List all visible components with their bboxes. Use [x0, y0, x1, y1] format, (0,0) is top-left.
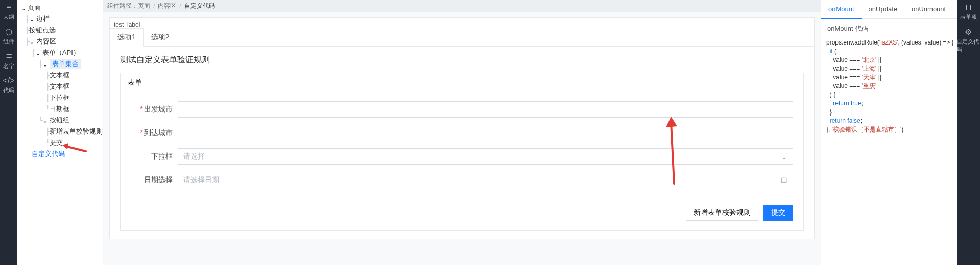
rail-item-custom-code[interactable]: ⚙ 自定义代码	[957, 24, 980, 56]
tree-label: 自定义代码	[32, 149, 65, 159]
rail-item-label: 表单项	[960, 13, 977, 21]
tree-item[interactable]: ├ 下拉框	[17, 92, 103, 103]
chevron-down-icon[interactable]: ⌄	[42, 60, 49, 68]
tree-label: 文本框	[50, 82, 69, 91]
tree-label: 日期框	[50, 104, 69, 114]
chevron-down-icon[interactable]: ⌄	[20, 4, 27, 12]
tree-item[interactable]: ├ 文本框	[17, 70, 103, 81]
chevron-down-icon: ⌄	[781, 152, 787, 161]
card-tabs: 选项1 选项2	[110, 28, 814, 47]
tree-item[interactable]: ├ 新增表单校验规则	[17, 126, 103, 137]
chevron-down-icon[interactable]: ⌄	[42, 117, 49, 124]
tree-label: 边栏	[36, 14, 50, 24]
tree-label: 表单集合	[50, 59, 81, 69]
tree-item-custom-code[interactable]: 自定义代码	[17, 148, 103, 160]
field-label: 下拉框	[151, 152, 173, 160]
date-placeholder: 请选择日期	[183, 175, 219, 185]
gear-icon: ⚙	[965, 27, 972, 37]
section-title: 测试自定义表单验证规则	[120, 55, 804, 65]
rail-item-names[interactable]: ≣ 名字	[3, 49, 14, 73]
tree-label: 页面	[28, 3, 41, 12]
field-label: 出发城市	[144, 105, 173, 113]
rail-item-label: 组件	[3, 38, 14, 46]
breadcrumb-prefix: 组件路径：	[107, 2, 138, 10]
rail-item-label: 名字	[3, 62, 14, 70]
tree-label: 按钮组	[50, 116, 69, 125]
tree-item[interactable]: └ ⌄ 按钮组	[17, 115, 103, 126]
calendar-icon: ☐	[781, 176, 787, 184]
tree-item[interactable]: ├ 文本框	[17, 81, 103, 92]
tree-label: 文本框	[50, 71, 69, 80]
field-label: 到达城市	[144, 128, 173, 137]
code-tab-onupdate[interactable]: onUpdate	[862, 0, 904, 18]
rail-item-outline[interactable]: ≡ 大纲	[3, 0, 14, 24]
select-input[interactable]: 请选择 ⌄	[178, 148, 793, 165]
tree-label: 按钮点选	[29, 26, 56, 35]
add-rule-button[interactable]: 新增表单校验规则	[686, 205, 758, 221]
tree-label: 新增表单校验规则	[50, 127, 103, 136]
tree-label: 表单（API）	[42, 48, 80, 57]
breadcrumb-part[interactable]: 内容区	[158, 2, 176, 10]
tree-item[interactable]: ├ 按钮点选	[17, 25, 103, 36]
chevron-down-icon[interactable]: ⌄	[29, 15, 35, 23]
monitor-icon: 🖥	[964, 3, 972, 12]
code-tab-onunmount[interactable]: onUnmount	[904, 0, 953, 18]
menu-icon: ≡	[6, 3, 11, 12]
rail-item-label: 代码	[3, 86, 14, 94]
tab-option-1[interactable]: 选项1	[110, 28, 144, 47]
breadcrumb: 组件路径： 页面 / 内容区 / 自定义代码	[103, 0, 821, 12]
chevron-down-icon[interactable]: ⌄	[29, 38, 35, 46]
left-nav-rail: ≡ 大纲 ⬡ 组件 ≣ 名字 </> 代码	[0, 0, 17, 265]
rail-item-label: 自定义代码	[957, 38, 980, 53]
main-area: 组件路径： 页面 / 内容区 / 自定义代码 test_label 选项1 选项…	[103, 0, 821, 265]
tree-label: 内容区	[36, 37, 56, 46]
code-tab-onmount[interactable]: onMount	[821, 0, 862, 19]
submit-button[interactable]: 提交	[763, 205, 793, 221]
rail-item-components[interactable]: ⬡ 组件	[3, 24, 14, 49]
card-label: test_label	[110, 18, 814, 28]
select-placeholder: 请选择	[183, 152, 205, 161]
form-heading: 表单	[121, 73, 803, 93]
tree-item[interactable]: ├ ⌄ 表单集合	[17, 58, 103, 70]
code-section-title: onMount 代码	[821, 19, 957, 36]
rail-item-form-item[interactable]: 🖥 表单项	[960, 0, 977, 24]
chevron-down-icon[interactable]: ⌄	[35, 49, 41, 57]
tree-root[interactable]: ⌄ 页面	[17, 2, 103, 13]
tree-item[interactable]: ├ ⌄ 内容区	[17, 36, 103, 47]
tree-item[interactable]: ├ ⌄ 边栏	[17, 13, 103, 25]
arrival-city-input[interactable]	[178, 125, 793, 141]
cube-icon: ⬡	[5, 27, 12, 37]
tree-label: 提交	[50, 138, 63, 147]
list-icon: ≣	[6, 52, 12, 61]
code-icon: </>	[3, 76, 14, 85]
tree-item[interactable]: └ 日期框	[17, 103, 103, 115]
code-editor[interactable]: props.env.addRule('isZXS', (values, valu…	[821, 36, 957, 139]
component-tree: ⌄ 页面 ├ ⌄ 边栏 ├ 按钮点选 ├ ⌄ 内容区 ├ ⌄ 表单（API） ├…	[17, 0, 103, 265]
breadcrumb-part[interactable]: 页面	[138, 2, 150, 10]
right-nav-rail: 🖥 表单项 ⚙ 自定义代码	[957, 0, 980, 265]
tab-option-2[interactable]: 选项2	[144, 28, 177, 47]
form-card: test_label 选项1 选项2 测试自定义表单验证规则 表单 *出发城市	[109, 17, 815, 239]
departure-city-input[interactable]	[178, 101, 793, 118]
tree-item[interactable]: └ 提交	[17, 137, 103, 148]
tree-label: 下拉框	[50, 93, 69, 102]
rail-item-label: 大纲	[3, 13, 14, 21]
code-panel: onMount onUpdate onUnmount onMount 代码 pr…	[821, 0, 957, 265]
rail-item-code[interactable]: </> 代码	[3, 73, 14, 97]
field-label: 日期选择	[144, 175, 173, 184]
breadcrumb-current: 自定义代码	[184, 2, 215, 10]
date-input[interactable]: 请选择日期 ☐	[178, 172, 793, 188]
tree-item[interactable]: ├ ⌄ 表单（API）	[17, 47, 103, 58]
code-tabs: onMount onUpdate onUnmount	[821, 0, 957, 19]
